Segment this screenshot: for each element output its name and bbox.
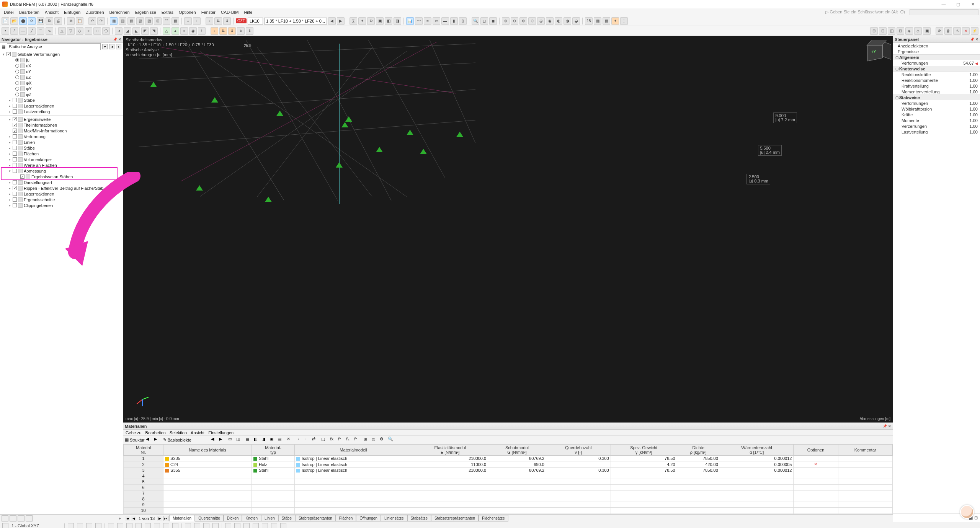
tree-label[interactable]: Stäbe	[24, 146, 35, 150]
table-tab[interactable]: Flächensätze	[479, 515, 508, 521]
curve-icon[interactable]: ∿	[46, 27, 53, 35]
param-value[interactable]: 54.67◀	[963, 61, 978, 65]
view-icon[interactable]: ⊞	[154, 17, 162, 25]
hinge-icon[interactable]: ◉	[189, 27, 197, 35]
param-value[interactable]: 1.00	[970, 107, 978, 111]
tool-icon[interactable]: ⊕	[502, 17, 510, 25]
struct-combo[interactable]: Struktur	[130, 438, 145, 442]
viewport-3d[interactable]: Sichtbarkeitsmodus LK10 : 1.35 * LF10 + …	[123, 36, 893, 422]
tool-icon[interactable]	[172, 523, 178, 528]
dim-icon[interactable]: ↔	[184, 17, 192, 25]
print-icon[interactable]: 🖨	[54, 17, 62, 25]
tree-label[interactable]: Ergebnisse an Stäben	[31, 174, 73, 179]
tree-label[interactable]: Rippen - Effektiver Beitrag auf Fläche/S…	[24, 186, 103, 191]
load-icon[interactable]: ↓	[206, 17, 213, 25]
mat-menu-item[interactable]: Ansicht	[191, 430, 204, 435]
col-header[interactable]: Querdehnzahlν [-]	[546, 445, 611, 456]
saveall-icon[interactable]: 🗎	[46, 17, 53, 25]
tool-icon[interactable]: ◨	[394, 17, 401, 25]
radio[interactable]	[15, 93, 19, 96]
hinge-icon[interactable]: ○	[180, 27, 188, 35]
tool-icon[interactable]	[163, 523, 169, 528]
snap-icon[interactable]: ⊡	[879, 27, 887, 35]
fx-icon[interactable]: fₓ	[346, 437, 353, 443]
mat-menu-item[interactable]: Selektion	[170, 430, 187, 435]
tool-icon[interactable]: ◎	[537, 17, 545, 25]
tab-icon[interactable]	[26, 515, 33, 521]
checkbox[interactable]	[13, 192, 17, 196]
nav-prev[interactable]: ◀	[211, 437, 218, 443]
tool-icon[interactable]: ▣	[376, 17, 384, 25]
checkbox[interactable]	[13, 186, 17, 190]
tool-icon[interactable]: ◑	[564, 17, 571, 25]
nav-prev[interactable]: ◀	[328, 17, 336, 25]
line-icon[interactable]: /	[10, 27, 18, 35]
menu-item[interactable]: CAD-BIM	[219, 9, 241, 15]
new-icon[interactable]: 📄	[2, 17, 9, 25]
param-value[interactable]: 1.00	[970, 118, 978, 123]
tool-icon[interactable]	[185, 523, 191, 528]
radio[interactable]	[15, 64, 19, 68]
save-icon[interactable]: 💾	[37, 17, 44, 25]
undo-icon[interactable]: ↶	[88, 17, 96, 25]
table-tab[interactable]: Stäbe	[278, 515, 295, 521]
search-icon[interactable]: 🔍	[388, 437, 395, 443]
col-header[interactable]: Wärmedehnzahlα [1/°C]	[720, 445, 794, 456]
load-icon[interactable]: ↓	[211, 27, 218, 35]
tool-icon[interactable]: ◨	[261, 437, 268, 443]
search-hint[interactable]: ▷ Geben Sie ein Schlüsselwort ein (Alt+Q…	[823, 9, 909, 15]
radio[interactable]	[15, 58, 19, 62]
tool-icon[interactable]	[262, 523, 268, 528]
param-value[interactable]: 1.00	[970, 130, 978, 134]
tool-icon[interactable]: ◒	[572, 17, 580, 25]
shape-icon[interactable]: ⬠	[102, 27, 110, 35]
tool-icon[interactable]	[243, 523, 250, 528]
param-value[interactable]: 1.00	[970, 112, 978, 117]
tool-icon[interactable]	[126, 523, 132, 528]
tree-label[interactable]: Lagerreaktionen	[24, 192, 54, 196]
cancel-icon[interactable]: ✕	[962, 27, 970, 35]
tool-icon[interactable]: ◧	[253, 437, 260, 443]
tree-label[interactable]: Darstellungsart	[24, 180, 52, 185]
snap-icon[interactable]: ▣	[923, 27, 931, 35]
pin-icon[interactable]: 📌	[970, 37, 974, 41]
table-tab[interactable]: Querschnitte	[195, 515, 224, 521]
combo-next[interactable]: ▸	[116, 44, 121, 49]
radio-label[interactable]: φX	[26, 81, 31, 85]
tool-icon[interactable]: ⊗	[519, 17, 527, 25]
warn-icon[interactable]: ⚠	[953, 27, 961, 35]
shape-icon[interactable]: ◇	[76, 27, 83, 35]
load-icon[interactable]: ↡	[237, 27, 245, 35]
close-icon[interactable]: ✕	[975, 37, 978, 41]
checkbox[interactable]	[13, 157, 17, 161]
view-icon[interactable]: ▦	[172, 17, 179, 25]
loadcase-combo[interactable]: LK10	[248, 18, 263, 24]
checkbox[interactable]	[13, 98, 17, 102]
tree-label[interactable]: Volumenkörper	[24, 157, 52, 162]
shape-icon[interactable]: △	[58, 27, 66, 35]
snap-icon[interactable]: ◇	[914, 27, 922, 35]
curve-icon[interactable]: ⌒	[37, 27, 44, 35]
menu-item[interactable]: Extras	[159, 9, 176, 15]
checkbox[interactable]	[13, 109, 17, 114]
col-header[interactable]: Dichteρ [kg/m³]	[677, 445, 720, 456]
tool-icon[interactable]: ⊿	[115, 27, 122, 35]
tool-icon[interactable]: ←	[304, 437, 311, 443]
section-header[interactable]: Knotenweise	[899, 67, 925, 71]
section-header[interactable]: Stabweise	[899, 95, 920, 100]
minimize-button[interactable]: —	[936, 0, 951, 8]
tab-icon[interactable]	[2, 515, 8, 521]
radio[interactable]	[15, 87, 19, 91]
checkbox[interactable]	[13, 197, 17, 202]
line-icon[interactable]: —	[19, 27, 27, 35]
delete-icon[interactable]: ✕	[287, 437, 294, 443]
section-header[interactable]: Allgemein	[899, 55, 920, 60]
tool-icon[interactable]: →	[296, 437, 303, 443]
col-header[interactable]: MaterialNr.	[124, 445, 163, 456]
snap-icon[interactable]: ◈	[905, 27, 913, 35]
tool-icon[interactable]: ▭	[433, 17, 440, 25]
tool-icon[interactable]: ✦	[611, 17, 619, 25]
first-button[interactable]: ⏮	[125, 516, 130, 521]
nav-next[interactable]: ▶	[154, 437, 161, 443]
load-icon[interactable]: ⇊	[219, 27, 227, 35]
